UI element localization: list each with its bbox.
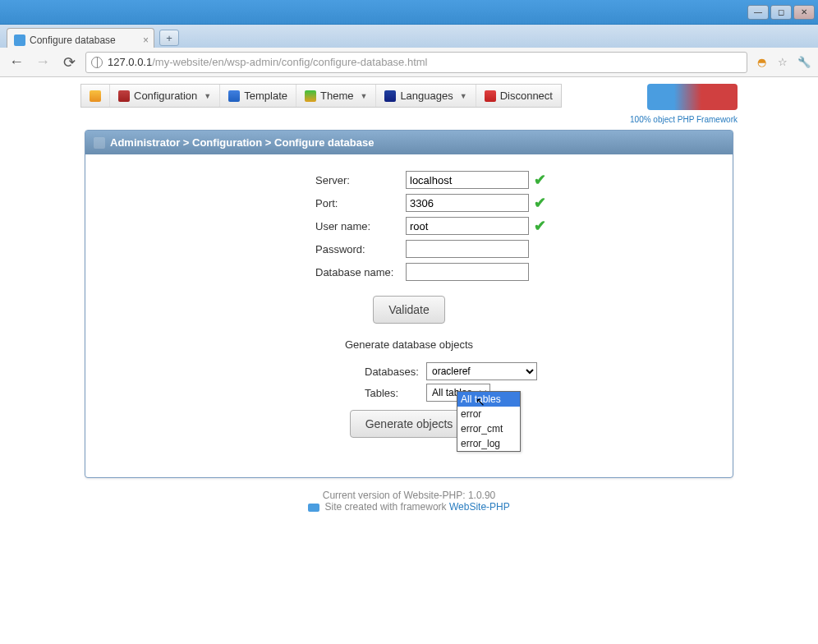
port-input[interactable] — [406, 194, 529, 212]
username-label: User name: — [315, 220, 406, 232]
favicon-icon — [14, 34, 25, 46]
chevron-down-icon: ▼ — [204, 92, 211, 100]
menu-template[interactable]: Template — [220, 85, 296, 107]
menu-label: Theme — [320, 90, 353, 102]
browser-toolbar: ← → ⟳ 127.0.0.1/my-website/en/wsp-admin/… — [0, 48, 818, 77]
theme-icon — [305, 90, 316, 102]
page-content: Configuration ▼ Template Theme ▼ Languag… — [0, 77, 818, 513]
browser-tab[interactable]: Configure database × — [7, 28, 154, 48]
username-input[interactable] — [406, 217, 529, 235]
reload-button[interactable]: ⟳ — [59, 53, 79, 72]
password-label: Password: — [315, 243, 406, 255]
menu-items: Configuration ▼ Template Theme ▼ Languag… — [80, 84, 562, 108]
tab-strip: Configure database × + — [0, 25, 818, 48]
menu-bar: Configuration ▼ Template Theme ▼ Languag… — [80, 84, 738, 125]
template-icon — [228, 90, 240, 102]
config-icon — [118, 90, 130, 102]
menu-home[interactable] — [81, 85, 110, 107]
validate-button[interactable]: Validate — [373, 296, 445, 324]
close-window-button[interactable]: ✕ — [793, 5, 815, 20]
home-icon — [90, 90, 101, 102]
port-label: Port: — [315, 197, 406, 209]
globe-icon — [91, 57, 103, 68]
logo-area: 100% object PHP Framework — [630, 84, 738, 125]
menu-languages[interactable]: Languages ▼ — [376, 85, 476, 107]
check-icon: ✔ — [534, 171, 546, 189]
chevron-down-icon: ▼ — [460, 92, 467, 100]
panel-body: Server: ✔ Port: ✔ User name: ✔ Password:… — [85, 154, 733, 477]
check-icon: ✔ — [534, 194, 546, 212]
chevron-down-icon: ▼ — [360, 92, 367, 100]
dropdown-option-error-cmt[interactable]: error_cmt — [457, 421, 520, 436]
address-bar[interactable]: 127.0.0.1/my-website/en/wsp-admin/config… — [85, 52, 747, 73]
minimize-button[interactable]: — — [747, 5, 769, 20]
forward-button[interactable]: → — [33, 53, 53, 72]
dbname-input[interactable] — [406, 263, 529, 281]
flag-icon — [384, 90, 396, 102]
menu-disconnect[interactable]: Disconnect — [476, 85, 561, 107]
logo-icon — [647, 84, 738, 110]
tab-title: Configure database — [30, 34, 116, 46]
generate-heading: Generate database objects — [110, 338, 708, 351]
tables-label: Tables: — [365, 387, 426, 399]
breadcrumb: Administrator > Configuration > Configur… — [110, 136, 374, 149]
dropdown-option-error-log[interactable]: error_log — [457, 436, 520, 451]
dropdown-option-error[interactable]: error — [457, 407, 520, 421]
password-input[interactable] — [406, 240, 529, 258]
menu-label: Disconnect — [500, 90, 553, 102]
menu-theme[interactable]: Theme ▼ — [296, 85, 376, 107]
footer-icon — [308, 504, 319, 512]
bookmark-icon[interactable]: ☆ — [775, 55, 790, 70]
footer-link[interactable]: WebSite-PHP — [449, 501, 510, 513]
menu-label: Languages — [400, 90, 453, 102]
shield-icon[interactable]: ◓ — [754, 55, 769, 70]
tables-dropdown: All tables error error_cmt error_log — [457, 391, 521, 452]
menu-label: Template — [244, 90, 287, 102]
disconnect-icon — [485, 90, 496, 102]
new-tab-button[interactable]: + — [159, 30, 179, 46]
menu-label: Configuration — [134, 90, 197, 102]
server-input[interactable] — [406, 171, 529, 189]
generate-button[interactable]: Generate objects — [350, 410, 469, 438]
server-label: Server: — [315, 174, 406, 186]
wrench-icon[interactable]: 🔧 — [797, 55, 811, 70]
databases-select[interactable]: oracleref — [426, 362, 537, 380]
menu-configuration[interactable]: Configuration ▼ — [110, 85, 220, 107]
url-text: 127.0.0.1/my-website/en/wsp-admin/config… — [108, 56, 428, 68]
database-icon — [94, 137, 105, 149]
dropdown-option-all[interactable]: All tables — [457, 392, 520, 407]
maximize-button[interactable]: ◻ — [770, 5, 792, 20]
main-panel: Administrator > Configuration > Configur… — [85, 130, 733, 478]
dbname-label: Database name: — [315, 266, 406, 278]
back-button[interactable]: ← — [7, 53, 26, 72]
footer-version: Current version of Website-PHP: 1.0.90 — [0, 490, 818, 501]
footer-text: Site created with framework — [325, 501, 449, 513]
databases-label: Databases: — [365, 366, 426, 378]
check-icon: ✔ — [534, 217, 546, 235]
footer: Current version of Website-PHP: 1.0.90 S… — [0, 490, 818, 513]
panel-header: Administrator > Configuration > Configur… — [85, 131, 733, 154]
close-tab-icon[interactable]: × — [143, 34, 149, 46]
logo-tagline: 100% object PHP Framework — [630, 115, 738, 124]
window-titlebar: — ◻ ✕ — [0, 0, 818, 25]
